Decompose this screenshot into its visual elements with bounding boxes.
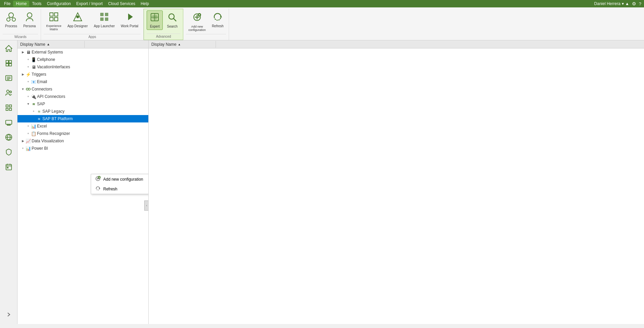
app-designer-button[interactable]: App Designer bbox=[65, 10, 90, 30]
expand-sap[interactable]: ▼ bbox=[26, 101, 31, 107]
expand-forms-recognizer[interactable]: + bbox=[26, 131, 31, 136]
expert-icon bbox=[150, 12, 160, 24]
sidebar-icon-people[interactable] bbox=[1, 86, 16, 100]
tree-item-excel[interactable]: + 📊 Excel bbox=[17, 122, 148, 130]
svg-point-56 bbox=[28, 88, 30, 90]
ribbon: Process Persona Wizards ExperienceMatr bbox=[0, 7, 644, 40]
menu-export-import[interactable]: Export / Import bbox=[74, 1, 106, 7]
expert-label: Expert bbox=[150, 25, 160, 28]
svg-point-0 bbox=[9, 13, 13, 17]
svg-rect-45 bbox=[5, 120, 11, 124]
app-designer-icon bbox=[73, 12, 83, 24]
tree-item-triggers[interactable]: ▶ ⚡ Triggers bbox=[17, 71, 148, 78]
svg-point-2 bbox=[12, 18, 15, 21]
sap-bt-platform-icon: ≋ bbox=[36, 116, 42, 121]
context-menu-add-new-configuration[interactable]: Add new configuration bbox=[91, 174, 149, 184]
tree-item-email[interactable]: + 📧 Email bbox=[17, 78, 148, 85]
expand-triggers[interactable]: ▶ bbox=[20, 72, 26, 77]
expand-data-visualization[interactable]: ▶ bbox=[20, 138, 26, 144]
tree-item-api-connectors[interactable]: + 🔌 API Connectors bbox=[17, 93, 148, 100]
sidebar-icon-globe[interactable] bbox=[1, 131, 16, 144]
tree-item-external-systems[interactable]: ▶ 🖥 External Systems bbox=[17, 48, 148, 56]
svg-point-39 bbox=[6, 90, 9, 93]
user-dropdown[interactable]: ▾ bbox=[622, 1, 624, 6]
tree-item-connectors[interactable]: ▼ Connectors bbox=[17, 85, 148, 93]
sidebar-icon-calendar[interactable] bbox=[1, 160, 16, 174]
svg-rect-9 bbox=[54, 17, 58, 21]
sidebar-icon-device[interactable] bbox=[1, 116, 16, 129]
advanced-group-label: Advanced bbox=[147, 34, 180, 39]
sidebar-expand-button[interactable] bbox=[1, 308, 16, 321]
menu-help[interactable]: Help bbox=[138, 1, 152, 7]
expand-connectors[interactable]: ▼ bbox=[20, 86, 26, 92]
refresh-icon bbox=[213, 12, 223, 24]
svg-rect-7 bbox=[54, 13, 58, 16]
app-launcher-button[interactable]: App Launcher bbox=[91, 10, 117, 30]
tree-item-forms-recognizer[interactable]: + 📋 Forms Recognizer bbox=[17, 130, 148, 137]
expand-vacationinterfaces[interactable]: + bbox=[26, 64, 31, 70]
connectors-icon bbox=[26, 86, 31, 92]
tree-item-vacationinterfaces[interactable]: + 🖥 VacationInterfaces bbox=[17, 63, 148, 71]
context-menu-refresh[interactable]: Refresh bbox=[91, 184, 149, 194]
process-button[interactable]: Process bbox=[3, 10, 20, 30]
expand-cellphone[interactable]: + bbox=[26, 57, 31, 62]
app-designer-label: App Designer bbox=[67, 24, 88, 28]
svg-rect-8 bbox=[50, 17, 53, 21]
svg-line-22 bbox=[174, 19, 176, 21]
sidebar-icon-shield[interactable] bbox=[1, 145, 16, 159]
expand-sap-legacy[interactable]: + bbox=[31, 109, 36, 114]
menu-home[interactable]: Home bbox=[13, 1, 29, 7]
persona-button[interactable]: Persona bbox=[21, 10, 38, 30]
tree-item-cellphone[interactable]: + 📱 Cellphone bbox=[17, 56, 148, 63]
svg-line-4 bbox=[12, 17, 13, 18]
tree-item-data-visualization[interactable]: ▶ 📈 Data Visualization bbox=[17, 137, 148, 145]
tree-panel: Display Name ▲ ▶ 🖥 External Systems + 📱 … bbox=[17, 40, 149, 324]
svg-rect-43 bbox=[6, 108, 8, 110]
cellphone-icon: 📱 bbox=[31, 57, 36, 62]
svg-line-3 bbox=[9, 17, 10, 18]
settings-icon[interactable]: ⚙ bbox=[632, 1, 636, 6]
search-button[interactable]: Search bbox=[164, 10, 180, 30]
sap-icon: ≋ bbox=[31, 101, 36, 107]
user-name: Daniel Herrera bbox=[594, 1, 620, 6]
expand-external-systems[interactable]: ▶ bbox=[20, 49, 26, 55]
minimize-icon[interactable]: ▲ bbox=[625, 1, 629, 6]
menu-cloud-services[interactable]: Cloud Services bbox=[105, 1, 138, 7]
sidebar-icon-layers[interactable] bbox=[1, 57, 16, 70]
menu-bar: File Home Tools Configuration Export / I… bbox=[0, 0, 644, 7]
tree-item-sap[interactable]: ▼ ≋ SAP bbox=[17, 100, 148, 108]
tree-item-sap-legacy[interactable]: + ≋ SAP Legacy bbox=[17, 108, 148, 115]
context-refresh-icon bbox=[95, 186, 101, 192]
email-icon: 📧 bbox=[31, 79, 36, 84]
process-icon bbox=[6, 12, 16, 24]
sidebar-icon-list[interactable] bbox=[1, 71, 16, 85]
experience-matrix-button[interactable]: ExperienceMatrix bbox=[44, 10, 64, 33]
refresh-button[interactable]: Refresh bbox=[210, 10, 226, 30]
expand-api-connectors[interactable]: + bbox=[26, 94, 31, 99]
add-new-configuration-button[interactable]: Add newconfiguration bbox=[186, 10, 208, 33]
tree-item-power-bi[interactable]: + 📊 Power BI bbox=[17, 145, 148, 152]
tree-item-sap-bt-platform[interactable]: ≋ SAP BT Platform bbox=[17, 115, 148, 122]
expand-email[interactable]: + bbox=[26, 79, 31, 84]
menu-file[interactable]: File bbox=[1, 1, 13, 7]
experience-matrix-label: ExperienceMatrix bbox=[46, 24, 61, 31]
sidebar-icon-home[interactable] bbox=[1, 42, 16, 55]
expert-button[interactable]: Expert bbox=[147, 10, 163, 30]
persona-label: Persona bbox=[23, 24, 36, 28]
expand-power-bi[interactable]: + bbox=[20, 146, 26, 151]
add-new-configuration-label: Add newconfiguration bbox=[188, 25, 206, 32]
expand-sap-bt-platform[interactable] bbox=[31, 116, 36, 121]
menu-tools[interactable]: Tools bbox=[29, 1, 44, 7]
menu-configuration[interactable]: Configuration bbox=[44, 1, 73, 7]
work-portal-label: Work Portal bbox=[121, 24, 138, 28]
svg-rect-12 bbox=[100, 13, 104, 16]
help-icon[interactable]: ? bbox=[639, 1, 641, 6]
svg-rect-6 bbox=[50, 13, 53, 16]
work-portal-button[interactable]: Work Portal bbox=[118, 10, 141, 30]
sort-asc-icon: ▲ bbox=[178, 43, 181, 46]
panel-collapse-button[interactable]: ‹ bbox=[144, 201, 149, 211]
sidebar-icon-grid[interactable] bbox=[1, 101, 16, 114]
expand-excel[interactable]: + bbox=[26, 123, 31, 129]
svg-point-40 bbox=[9, 91, 11, 93]
context-menu: Add new configuration Refresh bbox=[91, 174, 149, 194]
